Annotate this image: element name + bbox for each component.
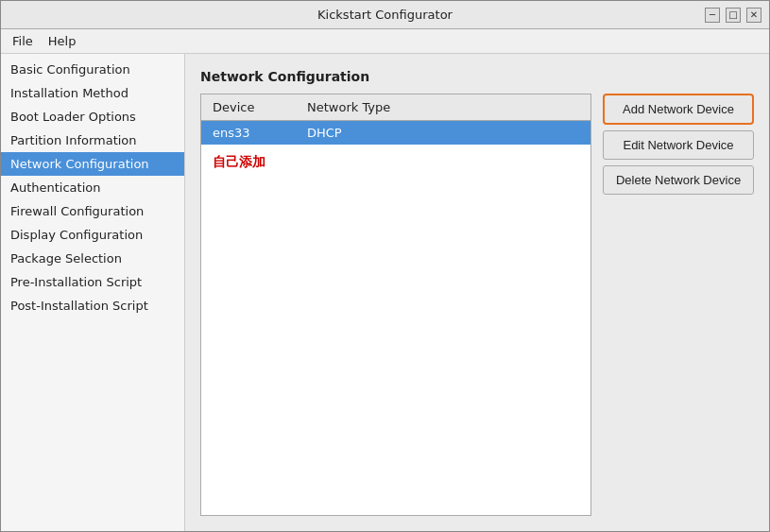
delete-network-device-button[interactable]: Delete Network Device bbox=[603, 165, 754, 195]
sidebar-item-installation-method[interactable]: Installation Method bbox=[1, 81, 184, 105]
sidebar-item-authentication[interactable]: Authentication bbox=[1, 176, 184, 199]
minimize-button[interactable]: ─ bbox=[705, 8, 720, 23]
edit-network-device-button[interactable]: Edit Network Device bbox=[603, 130, 754, 160]
section-title: Network Configuration bbox=[200, 69, 754, 84]
sidebar-item-pre-installation-script[interactable]: Pre-Installation Script bbox=[1, 270, 184, 294]
menu-help[interactable]: Help bbox=[41, 32, 84, 50]
cell-device: ens33 bbox=[201, 121, 296, 145]
menu-bar: File Help bbox=[1, 29, 769, 54]
column-device: Device bbox=[201, 97, 296, 117]
title-bar: Kickstart Configurator ─ □ ✕ bbox=[1, 1, 769, 29]
close-button[interactable]: ✕ bbox=[746, 8, 761, 23]
sidebar-item-post-installation-script[interactable]: Post-Installation Script bbox=[1, 294, 184, 317]
sidebar: Basic Configuration Installation Method … bbox=[1, 54, 185, 531]
column-network-type: Network Type bbox=[296, 97, 590, 117]
button-panel: Add Network Device Edit Network Device D… bbox=[603, 94, 754, 516]
sidebar-item-package-selection[interactable]: Package Selection bbox=[1, 247, 184, 270]
sidebar-item-display-configuration[interactable]: Display Configuration bbox=[1, 223, 184, 247]
maximize-button[interactable]: □ bbox=[726, 8, 741, 23]
network-panel: Device Network Type ens33 DHCP 自己添加 Add … bbox=[200, 94, 754, 516]
content-area: Basic Configuration Installation Method … bbox=[1, 54, 769, 531]
network-table: Device Network Type ens33 DHCP 自己添加 bbox=[200, 94, 591, 516]
sidebar-item-boot-loader-options[interactable]: Boot Loader Options bbox=[1, 105, 184, 129]
window-title: Kickstart Configurator bbox=[317, 8, 453, 22]
table-header: Device Network Type bbox=[201, 94, 590, 121]
main-area: Network Configuration Device Network Typ… bbox=[185, 54, 769, 531]
annotation-label: 自己添加 bbox=[201, 145, 590, 180]
sidebar-item-firewall-configuration[interactable]: Firewall Configuration bbox=[1, 199, 184, 223]
cell-type: DHCP bbox=[296, 121, 590, 145]
menu-file[interactable]: File bbox=[5, 32, 41, 50]
table-row[interactable]: ens33 DHCP bbox=[201, 121, 590, 145]
sidebar-item-partition-information[interactable]: Partition Information bbox=[1, 129, 184, 152]
add-network-device-button[interactable]: Add Network Device bbox=[603, 94, 754, 125]
sidebar-item-basic-configuration[interactable]: Basic Configuration bbox=[1, 58, 184, 81]
title-bar-controls: ─ □ ✕ bbox=[705, 8, 761, 23]
sidebar-item-network-configuration[interactable]: Network Configuration bbox=[1, 152, 184, 176]
